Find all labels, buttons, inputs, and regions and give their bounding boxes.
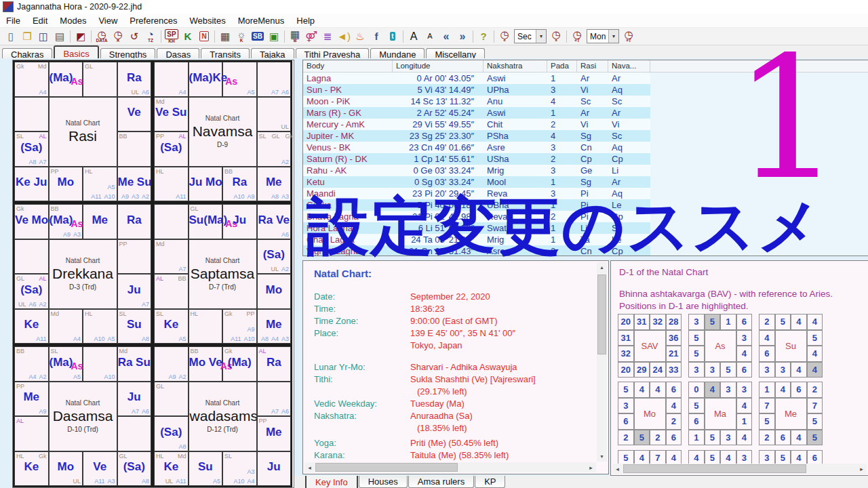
- dwadasamsa-cell[interactable]: PPMe: [257, 416, 292, 451]
- saptamsa-cell[interactable]: HL: [189, 309, 223, 344]
- font-decrease-icon[interactable]: A: [422, 28, 438, 44]
- transit-step-forward-icon[interactable]: ◷»T: [620, 28, 637, 44]
- navamsa-cell[interactable]: (Ma)KeAs: [189, 62, 223, 97]
- tab-key-info[interactable]: Key Info: [305, 476, 358, 488]
- dwadasamsa-cell[interactable]: A9A2: [154, 346, 189, 382]
- rasi-cell[interactable]: Me SuA9A3A2: [117, 167, 152, 202]
- table-row[interactable]: Jupiter - MK23 Sg 25' 23.30″PSha4SgSc: [303, 130, 650, 142]
- bav-horizontal-scrollbar[interactable]: ◂ ▸: [612, 464, 867, 474]
- notes-icon[interactable]: N: [196, 28, 212, 44]
- dasamsa-cell[interactable]: MoUL: [49, 451, 83, 487]
- undo-time-change-icon[interactable]: ↺: [126, 28, 142, 44]
- chevron-down-icon[interactable]: ▾: [536, 30, 546, 43]
- saptamsa-cell[interactable]: SLKeA5: [154, 309, 189, 344]
- dasamsa-cell[interactable]: BBA4A2: [14, 346, 49, 382]
- dwadasamsa-cell[interactable]: SuA5: [189, 451, 223, 487]
- menu-moremenus[interactable]: MoreMenus: [232, 14, 291, 27]
- saptamsa-cell[interactable]: GkPPA11A10A9: [222, 309, 257, 344]
- dwadasamsa-cell[interactable]: Ju: [257, 451, 292, 487]
- twitter-icon[interactable]: t: [384, 28, 401, 44]
- menu-preferences[interactable]: Preferences: [123, 14, 183, 27]
- column-header-nava[interactable]: Nava...: [608, 60, 650, 72]
- table-row[interactable]: Moon - PiK14 Sc 13' 11.32″Anu4ScSc: [303, 96, 650, 107]
- scroll-right-icon[interactable]: ▸: [586, 462, 596, 472]
- dasamsa-cell[interactable]: A10: [83, 346, 117, 382]
- column-header-nakshatra[interactable]: Nakshatra: [484, 60, 547, 72]
- scrollbar-thumb[interactable]: [623, 464, 806, 473]
- new-chart-icon[interactable]: ▯: [3, 28, 19, 44]
- rasi-cell[interactable]: PPMo: [49, 167, 83, 202]
- chart-style-icon[interactable]: ◩: [73, 28, 89, 44]
- rasi-cell[interactable]: GkMdA4: [14, 62, 49, 97]
- column-header-body[interactable]: Body: [303, 60, 393, 72]
- table-row[interactable]: Saturn (R) - DK1 Cp 14' 55.61″USha2CpCp: [303, 153, 650, 165]
- rasi-cell[interactable]: SLAL(Sa)A8A7: [14, 131, 49, 167]
- navamsa-cell[interactable]: MeA8A3: [257, 167, 292, 202]
- dasamsa-cell[interactable]: JuA7A6: [117, 382, 152, 417]
- drekkana-cell[interactable]: BB(Ma)AsA9A3: [49, 204, 83, 239]
- dasamsa-cell[interactable]: AL: [14, 416, 49, 451]
- dasamsa-cell[interactable]: PPMeA9: [14, 382, 49, 417]
- kalachakra-icon[interactable]: ☼K: [233, 28, 250, 44]
- birth-data-icon[interactable]: ◷DATA: [94, 28, 110, 44]
- bhava-bala-icon[interactable]: ▦B: [287, 28, 303, 44]
- help-icon[interactable]: ?: [475, 28, 492, 44]
- rasi-cell[interactable]: (Ma)As: [49, 62, 83, 97]
- rasi-cell[interactable]: RaULA6: [117, 62, 152, 97]
- table-row[interactable]: Sun - PK5 Vi 43' 14.49″UPha3ViAq: [303, 84, 650, 96]
- scroll-left-icon[interactable]: ◂: [612, 464, 623, 474]
- scrollbar-thumb[interactable]: [597, 274, 606, 354]
- table-row[interactable]: Venus - BK23 Cn 49' 01.66″Asre3CnAq: [303, 142, 650, 153]
- open-chart-icon[interactable]: ❐: [19, 28, 35, 44]
- dasamsa-cell[interactable]: GL(Sa)A8: [117, 451, 152, 487]
- navamsa-cell[interactable]: UL: [257, 97, 292, 132]
- rasi-cell[interactable]: BB: [117, 131, 152, 167]
- menu-websites[interactable]: Websites: [183, 14, 231, 27]
- scroll-right-icon[interactable]: ▸: [856, 464, 867, 474]
- dasamsa-cell[interactable]: MdRa Su: [117, 346, 152, 382]
- dwadasamsa-cell[interactable]: (Sa)A8: [154, 416, 189, 451]
- chevron-down-icon[interactable]: ▾: [608, 30, 618, 43]
- column-header-pada[interactable]: Pada: [547, 60, 577, 72]
- dasamsa-cell[interactable]: [117, 416, 152, 451]
- saptamsa-cell[interactable]: GLSu(Ma)As: [189, 204, 223, 239]
- menu-modes[interactable]: Modes: [54, 14, 92, 27]
- navamsa-cell[interactable]: BBRaA10A9: [222, 167, 257, 202]
- homam-fire-icon[interactable]: ♨: [352, 28, 368, 44]
- step-back-icon[interactable]: ◷«: [496, 28, 513, 44]
- menu-view[interactable]: View: [92, 14, 123, 27]
- step-unit-select[interactable]: Sec▾: [514, 29, 547, 43]
- print-icon[interactable]: ▤: [52, 28, 68, 44]
- saptamsa-cell[interactable]: Mo: [257, 274, 292, 309]
- drekkana-cell[interactable]: Me: [83, 204, 117, 239]
- saptamsa-cell[interactable]: ALBB: [154, 274, 189, 309]
- navamsa-cell[interactable]: MdVe Su: [154, 97, 189, 132]
- transit-step-back-icon[interactable]: ◷«T: [569, 28, 585, 44]
- saptamsa-cell[interactable]: [154, 204, 189, 239]
- dwadasamsa-cell[interactable]: HLMdKeULA11: [154, 451, 189, 487]
- font-increase-icon[interactable]: A: [406, 28, 422, 44]
- navamsa-cell[interactable]: A4: [154, 62, 189, 97]
- dasamsa-cell[interactable]: VeA11A3: [83, 451, 117, 487]
- drekkana-cell[interactable]: Ra: [117, 204, 152, 239]
- navamsa-cell[interactable]: PPAL(Sa): [154, 131, 189, 167]
- tab-houses[interactable]: Houses: [359, 476, 408, 488]
- facebook-icon[interactable]: f: [368, 28, 384, 44]
- table-row[interactable]: Rahu - AK0 Ge 03' 33.24″Mrig3GeLi: [303, 165, 650, 176]
- karakas-icon[interactable]: K: [180, 28, 196, 44]
- natal-horizontal-scrollbar[interactable]: ◂ ▸: [304, 462, 596, 472]
- tab-amsa-rulers[interactable]: Amsa rulers: [408, 476, 474, 488]
- drekkana-cell[interactable]: SLSuA8: [117, 309, 152, 344]
- column-header-longitude[interactable]: Longitude: [393, 60, 484, 72]
- reset-to-now-icon[interactable]: ◷✕: [110, 28, 126, 44]
- navamsa-cell[interactable]: SLGLGkA2: [257, 131, 292, 167]
- drekkana-cell[interactable]: PP: [117, 239, 152, 274]
- kota-chakra-icon[interactable]: ▣: [266, 28, 282, 44]
- dwadasamsa-cell[interactable]: A7A6: [257, 382, 292, 417]
- saptamsa-cell[interactable]: Ju: [222, 204, 257, 239]
- dwadasamsa-cell[interactable]: SLA10A4A3: [222, 451, 257, 487]
- rasi-cell[interactable]: HLA11A10A5: [83, 167, 117, 202]
- drekkana-cell[interactable]: MdA4: [49, 309, 83, 344]
- menu-edit[interactable]: Edit: [26, 14, 54, 27]
- dwadasamsa-cell[interactable]: BBMo VeAs: [189, 346, 223, 382]
